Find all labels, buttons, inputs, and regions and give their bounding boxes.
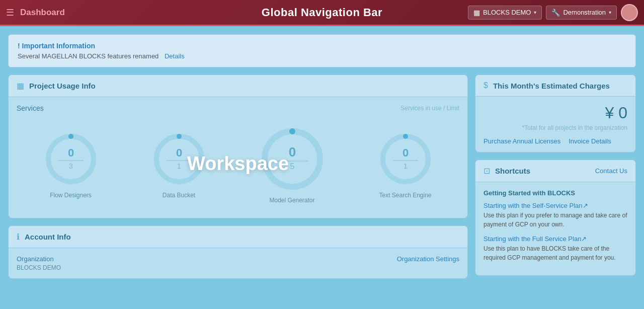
charges-body: ¥ 0 *Total for all projects in the organ… (475, 97, 635, 152)
demonstration-chevron: ▾ (609, 10, 611, 15)
shortcuts-title: Shortcuts (495, 167, 530, 175)
gauge-flow-designers-svg: 0 3 (43, 131, 99, 187)
account-info-title: Account Info (25, 233, 71, 241)
charges-amount: ¥ 0 (484, 104, 627, 122)
project-usage-header: ▦ Project Usage Info (9, 75, 467, 97)
shortcut-self-service-link[interactable]: Starting with the Self-Service Plan↗ (484, 202, 627, 209)
services-label: Services (17, 104, 44, 112)
info-banner-text: Several MAGELLAN BLOCKS features renamed (18, 52, 158, 60)
shortcuts-header: ⊡ Shortcuts Contact Us (475, 160, 635, 182)
svg-point-5 (156, 136, 202, 182)
svg-text:1: 1 (404, 162, 408, 170)
services-section: Services Services in use / Limit Workspa… (9, 97, 467, 218)
shortcut-self-service-desc: Use this plan if you prefer to manage an… (484, 211, 627, 229)
navbar-right: ▦ BLOCKS DEMO ▾ 🔧 Demonstration ▾ (468, 4, 638, 21)
main-content: ! Important Information Several MAGELLAN… (0, 26, 644, 309)
svg-text:0: 0 (288, 144, 295, 160)
right-column: $ This Month's Estimated Charges ¥ 0 *To… (475, 74, 636, 279)
charges-icon: $ (484, 81, 488, 90)
shortcuts-card: ⊡ Shortcuts Contact Us Getting Started w… (475, 160, 636, 276)
charges-value: 0 (618, 104, 627, 122)
info-banner: ! Important Information Several MAGELLAN… (8, 34, 636, 67)
charges-card: $ This Month's Estimated Charges ¥ 0 *To… (475, 74, 636, 152)
global-navigation-bar: ☰ Dashboard Global Navigation Bar ▦ BLOC… (0, 0, 644, 26)
gauge-text-search-engine-label: Text Search Engine (379, 192, 431, 199)
info-banner-title: ! Important Information (18, 42, 626, 50)
account-info-header: ℹ Account Info (9, 226, 467, 248)
avatar[interactable] (621, 4, 638, 21)
purchase-annual-licenses-link[interactable]: Purchase Annual Licenses (484, 137, 560, 145)
navbar-title: Global Navigation Bar (262, 6, 382, 19)
content-grid: ▦ Project Usage Info Services Services i… (8, 74, 636, 279)
svg-text:1: 1 (177, 162, 181, 170)
info-banner-body: Several MAGELLAN BLOCKS features renamed… (18, 52, 626, 60)
account-info-icon: ℹ (17, 232, 20, 242)
demonstration-button[interactable]: 🔧 Demonstration ▾ (546, 6, 617, 20)
svg-point-15 (383, 136, 428, 182)
gauge-flow-designers: 0 3 Flow Designers (43, 131, 99, 199)
project-usage-card: ▦ Project Usage Info Services Services i… (8, 74, 468, 218)
org-row: Organization Organization Settings (17, 255, 459, 263)
org-settings-link[interactable]: Organization Settings (397, 255, 459, 263)
blocks-demo-icon: ▦ (473, 9, 480, 17)
charges-links: Purchase Annual Licenses Invoice Details (484, 137, 627, 145)
gauges-row: Workspace 0 3 Flow Designers (17, 121, 459, 211)
shortcut-full-service-link[interactable]: Starting with the Full Service Plan↗ (484, 235, 627, 243)
details-link[interactable]: Details (165, 52, 185, 60)
project-usage-icon: ▦ (17, 81, 24, 91)
gauge-flow-designers-label: Flow Designers (50, 192, 92, 199)
charges-title: This Month's Estimated Charges (493, 82, 610, 90)
services-limit: Services in use / Limit (400, 105, 459, 112)
account-body: Organization Organization Settings BLOCK… (9, 248, 467, 278)
svg-text:5: 5 (290, 162, 294, 171)
shortcuts-header-left: ⊡ Shortcuts (484, 166, 530, 176)
gauge-model-generator-svg: 0 5 (260, 126, 325, 192)
blocks-demo-label: BLOCKS DEMO (483, 9, 531, 16)
project-usage-title: Project Usage Info (29, 82, 96, 90)
blocks-demo-button[interactable]: ▦ BLOCKS DEMO ▾ (468, 6, 542, 20)
navbar-left: ☰ Dashboard (6, 7, 65, 18)
svg-point-0 (48, 136, 94, 182)
account-info-card: ℹ Account Info Organization Organization… (8, 225, 468, 279)
dashboard-link[interactable]: Dashboard (20, 8, 65, 18)
charges-currency: ¥ (605, 104, 614, 122)
org-label: Organization (17, 255, 54, 263)
gauge-data-bucket-svg: 0 1 (151, 131, 207, 187)
shortcuts-body: Getting Started with BLOCKS Starting wit… (475, 182, 635, 275)
blocks-demo-chevron: ▾ (534, 10, 536, 15)
gauge-text-search-engine-svg: 0 1 (378, 131, 433, 187)
org-value: BLOCKS DEMO (17, 264, 459, 271)
charges-note: *Total for all projects in the organizat… (484, 124, 627, 131)
gauge-data-bucket: 0 1 Data Bucket (151, 131, 207, 199)
svg-text:0: 0 (67, 146, 73, 159)
gauge-text-search-engine: 0 1 Text Search Engine (378, 131, 433, 199)
svg-text:0: 0 (402, 146, 408, 159)
left-column: ▦ Project Usage Info Services Services i… (8, 74, 468, 279)
invoice-details-link[interactable]: Invoice Details (569, 137, 611, 145)
contact-us-link[interactable]: Contact Us (595, 167, 627, 175)
hamburger-icon[interactable]: ☰ (6, 7, 14, 18)
shortcuts-icon: ⊡ (484, 166, 490, 176)
gauge-model-generator: 0 5 Model Generator (260, 126, 325, 204)
demonstration-icon: 🔧 (551, 9, 560, 17)
shortcuts-section-title: Getting Started with BLOCKS (484, 189, 627, 197)
svg-text:0: 0 (176, 146, 182, 159)
services-header: Services Services in use / Limit (17, 104, 459, 112)
charges-header: $ This Month's Estimated Charges (475, 75, 635, 97)
gauge-data-bucket-label: Data Bucket (163, 192, 195, 199)
shortcut-full-service-desc: Use this plan to have BLOCKS take care o… (484, 244, 627, 262)
svg-text:3: 3 (69, 162, 73, 170)
demonstration-label: Demonstration (563, 9, 606, 16)
gauge-model-generator-label: Model Generator (269, 197, 314, 204)
